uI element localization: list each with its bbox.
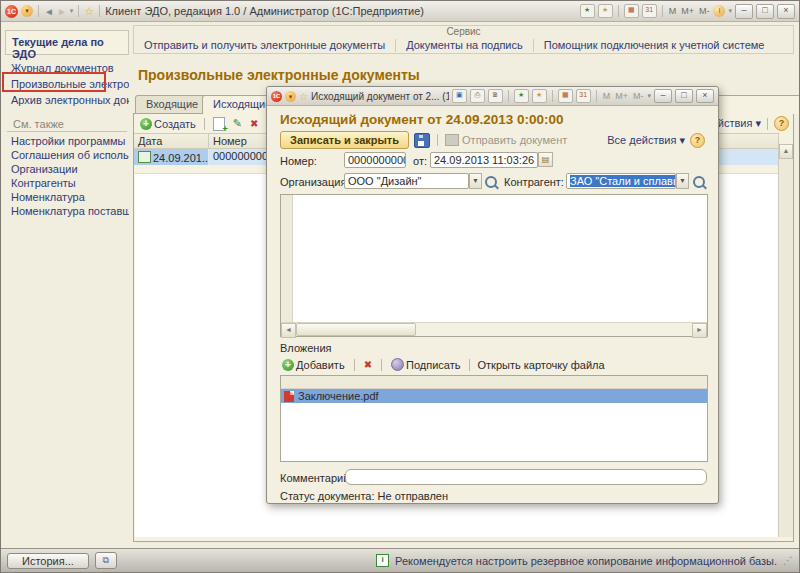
- attachment-sign-button[interactable]: Подписать: [389, 357, 462, 372]
- column-header-date[interactable]: Дата: [134, 134, 209, 148]
- counterparty-dropdown-icon[interactable]: ▼: [676, 173, 689, 189]
- list-help-button[interactable]: ?: [774, 116, 789, 131]
- horizontal-scrollbar[interactable]: ◄ ►: [281, 322, 707, 336]
- delete-button[interactable]: ✖: [248, 116, 260, 131]
- calendar-icon[interactable]: 31: [642, 4, 657, 18]
- scroll-up-icon[interactable]: ▲: [779, 144, 793, 159]
- organization-search-icon[interactable]: [485, 176, 497, 190]
- attachment-row[interactable]: Заключение.pdf: [281, 389, 707, 403]
- sheet-row-header: [281, 195, 293, 323]
- delete-x-icon: ✖: [250, 118, 258, 129]
- save-icon[interactable]: ▣: [452, 89, 467, 103]
- dialog-titlebar: 1С ▾ ☆ Исходящий документ от 2... (1С:Пр…: [267, 87, 718, 106]
- organization-label: Организация:: [280, 176, 349, 188]
- add-favorite-icon[interactable]: ★: [514, 89, 529, 103]
- dialog-minimize-button[interactable]: –: [654, 89, 672, 103]
- vertical-scrollbar[interactable]: ▲: [778, 144, 793, 537]
- favorites-star-icon[interactable]: ☆: [84, 5, 94, 18]
- counterparty-search-icon[interactable]: [693, 176, 705, 190]
- dialog-menu-icon[interactable]: ▾: [285, 91, 296, 102]
- menu-item-documents-to-sign[interactable]: Документы на подпись: [396, 37, 533, 53]
- open-favorites-icon[interactable]: ★: [532, 89, 547, 103]
- document-status-line: Статус документа: Не отправлен: [280, 490, 448, 502]
- memory-m-button[interactable]: M: [602, 91, 612, 101]
- memory-m-plus-button[interactable]: M+: [680, 6, 695, 16]
- attachments-toolbar: + Добавить ✖ Подписать Открыть карточку …: [280, 356, 705, 373]
- dialog-maximize-button[interactable]: □: [675, 89, 693, 103]
- add-favorite-icon[interactable]: ★: [580, 4, 595, 18]
- forward-icon[interactable]: ►: [57, 6, 67, 17]
- dialog-close-button[interactable]: ×: [696, 89, 714, 103]
- edit-button[interactable]: ✎: [231, 116, 244, 131]
- main-menu-icon[interactable]: ▾: [21, 5, 33, 17]
- page-title: Произвольные электронные документы: [138, 67, 420, 83]
- minimize-button[interactable]: –: [735, 4, 753, 19]
- print-icon[interactable]: ⎙: [470, 89, 485, 103]
- info-icon[interactable]: i: [713, 5, 725, 17]
- document-content-area[interactable]: ◄ ►: [280, 194, 708, 337]
- dialog-command-bar: Записать и закрыть Отправить документ Вс…: [280, 130, 705, 150]
- sidebar-item-supplier-nomenclature[interactable]: Номенклатура поставщ...: [5, 204, 129, 218]
- send-document-button[interactable]: Отправить документ: [445, 134, 567, 146]
- back-icon[interactable]: ◄: [44, 6, 54, 17]
- favorites-star-icon[interactable]: ☆: [299, 90, 308, 103]
- memory-m-button[interactable]: M: [668, 6, 678, 16]
- save-and-close-button[interactable]: Записать и закрыть: [280, 131, 409, 149]
- status-message[interactable]: Рекомендуется настроить резервное копиро…: [395, 555, 777, 567]
- sidebar-item-program-settings[interactable]: Настройки программы: [5, 134, 129, 148]
- sidebar-item-agreements[interactable]: Соглашения об использ...: [5, 148, 129, 162]
- save-button[interactable]: [414, 133, 430, 148]
- date-field[interactable]: 24.09.2013 11:03:26: [430, 152, 538, 168]
- calendar-icon[interactable]: 31: [576, 89, 591, 103]
- calculator-icon[interactable]: ▦: [624, 4, 639, 18]
- maximize-button[interactable]: □: [756, 4, 774, 19]
- attachment-add-button[interactable]: + Добавить: [280, 357, 347, 372]
- scroll-right-icon[interactable]: ►: [692, 323, 707, 338]
- menu-item-connection-assistant[interactable]: Помощник подключения к учетной системе: [534, 37, 775, 53]
- close-button[interactable]: ×: [777, 4, 795, 19]
- memory-m-minus-button[interactable]: M-: [632, 91, 645, 101]
- windows-panel-icon[interactable]: ⧉: [95, 552, 117, 569]
- sidebar-item-nomenclature[interactable]: Номенклатура: [5, 190, 129, 204]
- toolbar-overflow-icon[interactable]: ▾: [728, 7, 732, 15]
- date-picker-icon[interactable]: ▤: [538, 152, 553, 167]
- memory-m-plus-button[interactable]: M+: [614, 91, 629, 101]
- sidebar-item-organizations[interactable]: Организации: [5, 162, 129, 176]
- sidebar-item-archive[interactable]: Архив электронных док...: [5, 93, 129, 107]
- create-button[interactable]: + Создать: [138, 116, 198, 131]
- dialog-help-button[interactable]: ?: [690, 133, 705, 148]
- divider: [354, 359, 355, 371]
- number-field[interactable]: 00000000001: [344, 152, 406, 168]
- print-preview-icon[interactable]: 🗎: [488, 89, 503, 103]
- sidebar-see-also-label: См. также: [7, 117, 127, 132]
- service-menu-band: Сервис Отправить и получить электронные …: [133, 25, 794, 54]
- cell-date[interactable]: 24.09.201...: [134, 149, 209, 165]
- sidebar-item-counterparties[interactable]: Контрагенты: [5, 176, 129, 190]
- application-window: 1С ▾ ◄ ► ▾ ☆ Клиент ЭДО, редакция 1.0 / …: [0, 0, 800, 573]
- dialog-header: Исходящий документ от 24.09.2013 0:00:00: [280, 112, 564, 127]
- scroll-left-icon[interactable]: ◄: [281, 323, 296, 338]
- menu-item-send-receive[interactable]: Отправить и получить электронные докумен…: [134, 37, 395, 53]
- 1c-logo-icon[interactable]: 1С: [271, 91, 282, 102]
- 1c-logo-icon[interactable]: 1С: [5, 5, 18, 18]
- copy-button[interactable]: [211, 116, 227, 131]
- tab-incoming[interactable]: Входящие: [135, 95, 209, 113]
- dialog-all-actions-button[interactable]: Все действия ▾: [607, 134, 685, 147]
- counterparty-field[interactable]: ЗАО "Стали и сплавы": [566, 173, 676, 189]
- resize-grip[interactable]: ⋰: [783, 555, 793, 566]
- history-button[interactable]: История...: [7, 553, 89, 569]
- organization-dropdown-icon[interactable]: ▼: [469, 173, 482, 189]
- organization-field[interactable]: ООО "Дизайн": [344, 173, 469, 189]
- attachment-delete-button[interactable]: ✖: [362, 357, 374, 372]
- open-file-card-button[interactable]: Открыть карточку файла: [477, 359, 604, 371]
- calculator-icon[interactable]: ▦: [558, 89, 573, 103]
- scrollbar-thumb[interactable]: [296, 323, 416, 336]
- open-favorites-icon[interactable]: ★: [598, 4, 613, 18]
- comment-field[interactable]: [345, 469, 707, 485]
- history-dropdown-icon[interactable]: ▾: [70, 7, 74, 15]
- divider: [508, 90, 509, 102]
- toolbar-overflow-icon[interactable]: ▾: [647, 92, 651, 100]
- divider: [99, 5, 100, 17]
- copy-document-icon: [213, 117, 225, 131]
- memory-m-minus-button[interactable]: M-: [698, 6, 711, 16]
